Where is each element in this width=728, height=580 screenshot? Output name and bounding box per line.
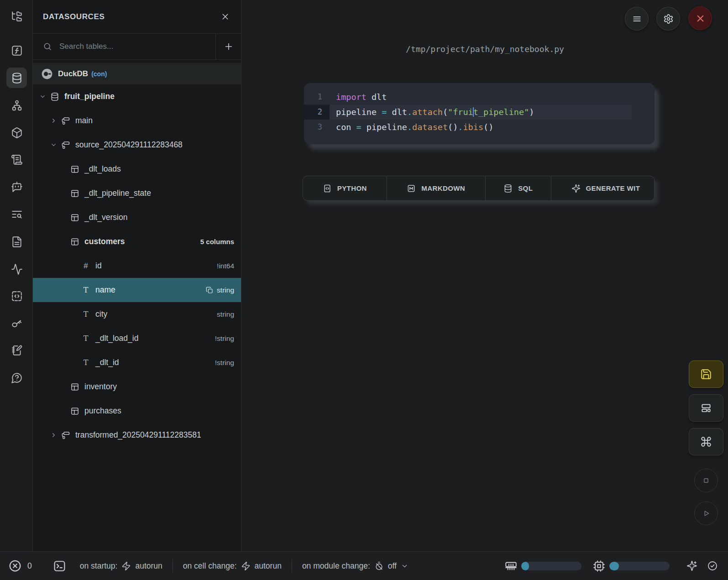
line-number: 2 [304, 105, 330, 120]
schema-tree: fruit_pipeline main source_2025042911122… [33, 84, 241, 447]
snippets-file-icon[interactable] [6, 231, 27, 252]
settings-button[interactable] [656, 7, 680, 31]
table-icon [70, 165, 79, 174]
tree-item-schema[interactable]: source_202504291112283468 [33, 133, 241, 157]
chevron-right-icon[interactable] [50, 117, 61, 124]
add-cell-button-row: PYTHON MARKDOWN SQL GENERATE WIT [303, 176, 655, 201]
menu-button[interactable] [625, 7, 649, 31]
tracing-activity-icon[interactable] [6, 259, 27, 279]
tree-item-label: customers [84, 237, 125, 246]
tree-item-schema[interactable]: main [33, 109, 241, 133]
column-name: name [95, 285, 115, 295]
copy-icon[interactable] [206, 287, 213, 294]
table-icon [70, 213, 79, 222]
tree-item-database[interactable]: fruit_pipeline [33, 84, 241, 109]
search-box[interactable] [33, 34, 215, 59]
code-line[interactable]: 3 con = pipeline.dataset().ibis() [304, 120, 655, 135]
command-palette-button[interactable] [689, 428, 723, 455]
tree-item-table[interactable]: _dlt_version [33, 205, 241, 230]
chevron-down-icon[interactable] [50, 141, 61, 148]
layout-icon [700, 402, 712, 414]
database-icon [503, 184, 513, 193]
ram-usage-bar [521, 562, 581, 570]
tree-item-table-expanded[interactable]: customers 5 columns [33, 230, 241, 254]
tree-item-table[interactable]: _dlt_loads [33, 157, 241, 181]
int-column-icon: # [81, 261, 90, 271]
tree-item-label: transformed_202504291112283581 [75, 430, 201, 440]
shutdown-button[interactable] [688, 6, 712, 30]
tree-item-column-selected[interactable]: T name string [33, 278, 241, 302]
tree-item-label: main [75, 116, 93, 125]
help-icon[interactable] [6, 367, 27, 388]
code-square-icon[interactable] [6, 286, 27, 306]
search-row [33, 34, 241, 60]
text-column-icon: T [81, 358, 90, 367]
markdown-icon [407, 184, 416, 193]
log-search-icon[interactable] [6, 204, 27, 225]
connection-row[interactable]: DuckDB (con) [33, 63, 241, 84]
ai-chat-icon[interactable] [6, 176, 27, 197]
tree-item-table[interactable]: inventory [33, 375, 241, 399]
generate-with-ai-button[interactable]: GENERATE WIT [551, 176, 655, 200]
tree-item-label: source_202504291112283468 [75, 140, 183, 150]
text-column-icon: T [81, 334, 90, 343]
terminal-icon [53, 559, 66, 573]
error-count: 0 [27, 561, 32, 571]
text-column-icon: T [81, 286, 90, 295]
documentation-scroll-icon[interactable] [6, 149, 27, 170]
marimo-app: DATASOURCES DuckDB (con) fruit_pipeline [0, 0, 728, 580]
dependency-graph-icon[interactable] [6, 95, 27, 115]
tree-item-column[interactable]: T _dlt_id !string [33, 350, 241, 375]
tree-item-column[interactable]: T city string [33, 302, 241, 326]
package-icon[interactable] [6, 122, 27, 143]
chevron-right-icon[interactable] [50, 432, 61, 439]
on-module-change-setting[interactable]: on module change: off [302, 561, 409, 571]
add-datasource-button[interactable] [215, 34, 241, 59]
line-number: 1 [304, 89, 330, 105]
tree-item-schema[interactable]: transformed_202504291112283581 [33, 423, 241, 447]
save-button[interactable] [689, 361, 723, 388]
command-icon [700, 436, 712, 448]
ai-sparkles-icon[interactable] [686, 560, 697, 571]
chevron-down-icon[interactable] [39, 93, 50, 100]
tree-item-table[interactable]: purchases [33, 399, 241, 423]
code-cell[interactable]: 1 import dlt 2 pipeline = dlt.attach("fr… [304, 83, 655, 144]
column-type: !string [215, 359, 241, 367]
terminal-button[interactable] [53, 559, 66, 573]
table-icon [70, 382, 79, 392]
search-input[interactable] [59, 42, 215, 51]
on-cell-change-setting[interactable]: on cell change: autorun [183, 561, 282, 571]
datasources-icon[interactable] [6, 68, 27, 88]
stop-button[interactable] [694, 469, 718, 492]
on-startup-setting[interactable]: on startup: autorun [80, 561, 162, 571]
column-type: !int64 [217, 262, 241, 270]
add-python-cell-button[interactable]: PYTHON [303, 176, 387, 200]
resource-meters [505, 560, 718, 572]
column-type: string [217, 286, 234, 294]
scratchpad-icon[interactable] [6, 340, 27, 361]
activity-rail [0, 0, 33, 551]
tree-item-label: purchases [84, 406, 121, 416]
panel-close-button[interactable] [220, 12, 230, 21]
function-square-icon[interactable] [6, 40, 27, 61]
error-counter[interactable]: 0 [8, 559, 32, 573]
play-icon [701, 508, 711, 518]
layout-button[interactable] [689, 394, 723, 422]
code-line[interactable]: 1 import dlt [304, 89, 655, 105]
tree-item-label: _dlt_version [84, 213, 127, 222]
connection-variable: (con) [91, 70, 107, 78]
tree-item-table[interactable]: _dlt_pipeline_state [33, 181, 241, 205]
add-sql-cell-button[interactable]: SQL [485, 176, 551, 200]
code-line-active[interactable]: 2 pipeline = dlt.attach("fruit_pipeline"… [304, 105, 655, 120]
run-button[interactable] [694, 502, 718, 525]
tree-item-column[interactable]: T _dlt_load_id !string [33, 326, 241, 350]
secrets-key-icon[interactable] [6, 313, 27, 333]
connection-status-icon[interactable] [707, 560, 718, 571]
sparkles-icon [571, 184, 581, 193]
file-tree-icon[interactable] [6, 6, 27, 26]
plus-icon [224, 42, 234, 52]
add-markdown-cell-button[interactable]: MARKDOWN [387, 176, 485, 200]
tree-item-column[interactable]: # id !int64 [33, 254, 241, 278]
panel-title: DATASOURCES [43, 12, 105, 21]
close-icon [695, 13, 706, 24]
